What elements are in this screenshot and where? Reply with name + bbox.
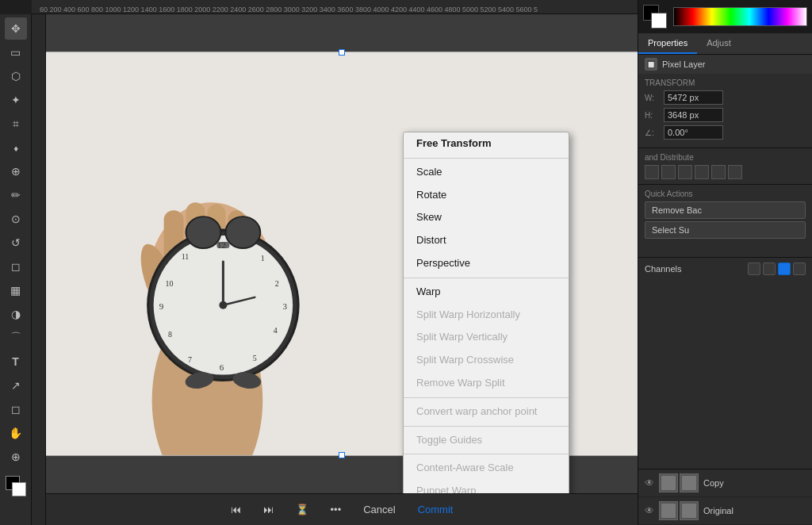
h-label: H: xyxy=(645,111,661,120)
layer-original-thumb-2 xyxy=(680,501,699,520)
menu-item-content-aware-scale: Content-Aware Scale xyxy=(404,457,569,480)
select-subject-button[interactable]: Select Su xyxy=(645,221,806,239)
transform-w-input[interactable] xyxy=(664,90,723,105)
tool-dodge[interactable]: ◑ xyxy=(5,303,27,325)
tool-marquee[interactable]: ▭ xyxy=(5,41,27,63)
warp-btn[interactable]: ⏳ xyxy=(289,500,315,519)
tool-spot-heal[interactable]: ⊕ xyxy=(5,160,27,182)
menu-item-warp[interactable]: Warp xyxy=(404,281,569,304)
layer-original-thumbs xyxy=(659,501,699,520)
transform-w-row: W: xyxy=(645,90,806,105)
gradient-bar[interactable] xyxy=(673,7,807,26)
transform-angle-input[interactable] xyxy=(664,125,723,140)
svg-text:9: 9 xyxy=(159,301,164,311)
svg-text:10: 10 xyxy=(166,279,174,288)
tool-move[interactable]: ✥ xyxy=(5,17,27,40)
layer-original-thumb-1 xyxy=(659,501,678,520)
menu-item-distort[interactable]: Distort xyxy=(404,229,569,252)
transform-section: Transform W: H: ∠: xyxy=(638,74,812,148)
handle-top-mid[interactable] xyxy=(339,49,345,56)
menu-item-free-transform[interactable]: Free Transform xyxy=(404,132,569,155)
channels-label: Channels xyxy=(645,264,681,274)
svg-text:2: 2 xyxy=(275,279,279,288)
svg-text:1: 1 xyxy=(261,254,265,262)
tool-clone[interactable]: ⊙ xyxy=(5,208,27,230)
layers-panel: 👁 Copy 👁 Original xyxy=(638,469,812,525)
transform-title: Transform xyxy=(645,79,806,87)
layer-copy-thumb-1 xyxy=(659,473,678,492)
menu-item-convert-warp-anchor: Convert warp anchor point xyxy=(404,400,569,423)
svg-text:4: 4 xyxy=(274,326,278,335)
layer-original[interactable]: 👁 Original xyxy=(638,497,812,525)
left-toolbar: ✥ ▭ ⬡ ✦ ⌗ ⬧ ⊕ ✏ ⊙ ↺ ◻ ▦ ◑ ⌒ T ↗ ◻ ✋ ⊕ xyxy=(0,14,32,525)
tool-quick-select[interactable]: ✦ xyxy=(5,89,27,111)
channel-btn-4[interactable] xyxy=(793,262,806,275)
tool-history-brush[interactable]: ↺ xyxy=(5,232,27,254)
commit-button[interactable]: Commit xyxy=(412,500,460,519)
transform-h-input[interactable] xyxy=(664,108,723,122)
tool-pen[interactable]: ⌒ xyxy=(5,327,27,349)
menu-item-skew[interactable]: Skew xyxy=(404,206,569,229)
align-right-btn[interactable] xyxy=(678,165,692,179)
eye-icon-copy[interactable]: 👁 xyxy=(645,477,654,489)
tool-eraser[interactable]: ◻ xyxy=(5,255,27,278)
channels-row: Channels xyxy=(638,258,812,280)
tool-eyedropper[interactable]: ⬧ xyxy=(5,136,27,159)
layer-original-label: Original xyxy=(703,506,806,515)
handle-bot-mid[interactable] xyxy=(339,452,345,458)
tool-lasso[interactable]: ⬡ xyxy=(5,65,27,87)
menu-item-rotate[interactable]: Rotate xyxy=(404,184,569,207)
channel-btn-3[interactable] xyxy=(778,262,791,275)
color-swatches[interactable] xyxy=(643,5,667,29)
transform-angle-row: ∠: xyxy=(645,125,806,140)
align-middle-btn[interactable] xyxy=(711,165,726,179)
tab-adjustments[interactable]: Adjust xyxy=(697,33,741,54)
more-btn[interactable]: ••• xyxy=(324,500,348,519)
channel-icons xyxy=(748,262,806,275)
fg-color-swatch[interactable] xyxy=(6,476,26,496)
ruler-text: 60 200 400 600 800 1000 1200 1400 1600 1… xyxy=(40,6,538,13)
eye-icon-original[interactable]: 👁 xyxy=(645,505,654,516)
menu-item-remove-warp-split: Remove Warp Split xyxy=(404,372,569,395)
canvas-area[interactable]: 12 3 6 9 1 2 4 5 7 8 10 11 xyxy=(46,14,638,493)
right-panel: Properties Adjust 🔲 Pixel Layer Transfor… xyxy=(638,0,812,525)
svg-text:11: 11 xyxy=(182,252,190,261)
cancel-button[interactable]: Cancel xyxy=(357,500,401,519)
remove-bg-button[interactable]: Remove Bac xyxy=(645,201,806,219)
tool-crop[interactable]: ⌗ xyxy=(5,113,27,135)
layer-copy[interactable]: 👁 Copy xyxy=(638,469,812,497)
menu-item-scale[interactable]: Scale xyxy=(404,161,569,184)
menu-item-perspective[interactable]: Perspective xyxy=(404,252,569,275)
tool-path-select[interactable]: ↗ xyxy=(5,374,27,397)
next-frame-icon: ⏭ xyxy=(263,504,274,515)
more-icon: ••• xyxy=(331,504,342,515)
transform-h-row: H: xyxy=(645,108,806,122)
warp-icon: ⏳ xyxy=(296,504,308,515)
align-bottom-btn[interactable] xyxy=(728,165,742,179)
menu-divider-3 xyxy=(404,397,569,398)
tool-type[interactable]: T xyxy=(5,351,27,373)
prev-frame-btn[interactable]: ⏮ xyxy=(224,500,247,519)
pixel-layer-label: Pixel Layer xyxy=(662,59,705,69)
svg-text:12: 12 xyxy=(217,240,226,250)
menu-divider-2 xyxy=(404,278,569,278)
bg-swatch[interactable] xyxy=(651,13,667,29)
cancel-label: Cancel xyxy=(363,504,395,515)
menu-item-puppet-warp: Puppet Warp xyxy=(404,480,569,493)
next-frame-btn[interactable]: ⏭ xyxy=(257,500,280,519)
align-center-btn[interactable] xyxy=(661,165,676,179)
tool-shape[interactable]: ◻ xyxy=(5,398,27,420)
channel-btn-1[interactable] xyxy=(748,262,760,275)
align-top-btn[interactable] xyxy=(695,165,709,179)
align-left-btn[interactable] xyxy=(645,165,659,179)
tool-brush[interactable]: ✏ xyxy=(5,184,27,206)
svg-text:3: 3 xyxy=(282,301,287,311)
pixel-layer-row: 🔲 Pixel Layer xyxy=(638,55,812,74)
tool-hand[interactable]: ✋ xyxy=(5,422,27,444)
tab-properties[interactable]: Properties xyxy=(638,33,697,54)
tool-gradient[interactable]: ▦ xyxy=(5,279,27,301)
channel-btn-2[interactable] xyxy=(763,262,776,275)
tool-zoom[interactable]: ⊕ xyxy=(5,446,27,468)
svg-point-12 xyxy=(225,217,260,248)
quick-actions-section: Quick Actions Remove Bac Select Su xyxy=(638,185,812,258)
